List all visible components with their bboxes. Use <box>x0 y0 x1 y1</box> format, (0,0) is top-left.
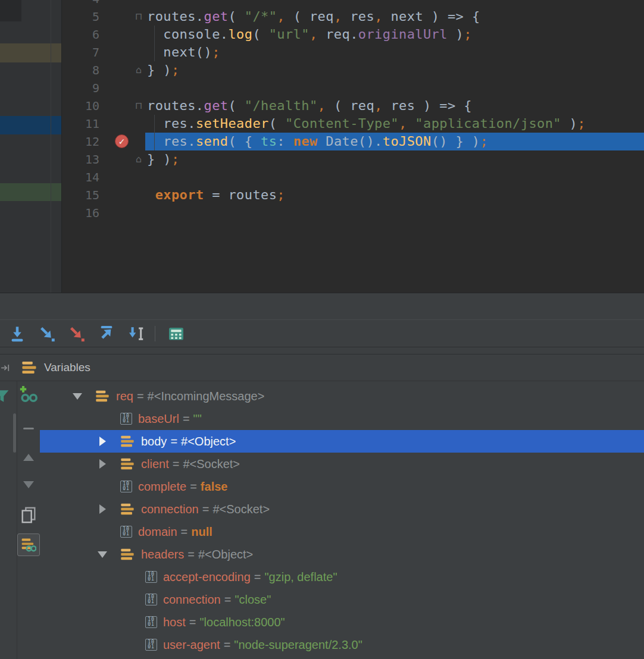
watches-toolbar <box>17 381 40 659</box>
line-number[interactable]: 12 <box>61 133 99 150</box>
evaluate-expression-icon <box>167 325 185 343</box>
variable-row-user-agent[interactable]: 1001user-agent="node-superagent/2.3.0" <box>40 633 644 656</box>
show-watches-toggle-button[interactable] <box>17 534 40 556</box>
code-line[interactable]: 9 <box>61 79 644 97</box>
code-text[interactable]: } ); <box>147 61 180 79</box>
copy-icon <box>20 506 37 524</box>
move-watch-up-button[interactable] <box>17 454 40 461</box>
variable-row-connection[interactable]: 1001connection="close" <box>40 588 644 611</box>
variable-value: "node-superagent/2.3.0" <box>234 638 362 652</box>
code-token: ( <box>252 27 268 42</box>
line-number[interactable]: 6 <box>61 26 99 43</box>
code-text[interactable]: next(); <box>147 43 220 61</box>
expanded-expander-icon[interactable] <box>70 393 85 400</box>
evaluate-expression-button[interactable] <box>161 322 191 346</box>
code-line[interactable]: 5⊓routes.get( "/*", ( req, res, next ) =… <box>61 8 644 26</box>
project-panel-row-selected[interactable] <box>0 116 61 134</box>
code-text[interactable]: routes.get( "/*", ( req, res, next ) => … <box>147 8 480 26</box>
step-over-button[interactable] <box>2 322 32 346</box>
variable-name: complete <box>138 480 186 494</box>
add-watch-button[interactable] <box>17 385 40 404</box>
code-line[interactable]: 8⌂} ); <box>61 61 644 79</box>
line-number[interactable]: 7 <box>61 43 99 61</box>
code-text[interactable]: } ); <box>147 150 180 168</box>
tab-handle-icon[interactable] <box>1 363 11 375</box>
variables-panel-header: Variables <box>0 354 644 381</box>
code-line[interactable]: 11 res.setHeader( "Content-Type", "appli… <box>61 115 644 133</box>
code-line[interactable]: 7 next(); <box>61 43 644 61</box>
stripe-tool-icon[interactable] <box>0 388 10 406</box>
code-token: new <box>293 134 318 149</box>
line-number[interactable]: 9 <box>61 79 99 97</box>
code-token: , <box>399 116 407 131</box>
code-token: ( req <box>326 98 374 113</box>
code-text[interactable]: routes.get( "/health", ( req, res ) => { <box>147 97 472 115</box>
code-editor[interactable]: 45⊓routes.get( "/*", ( req, res, next ) … <box>61 0 644 222</box>
code-line[interactable]: 10⊓routes.get( "/health", ( req, res ) =… <box>61 97 644 115</box>
equals-sign: = <box>224 638 231 652</box>
code-text[interactable]: console.log( "url", req.originalUrl ); <box>147 26 472 43</box>
project-panel-row[interactable] <box>0 183 61 201</box>
move-watch-up-icon <box>23 454 34 461</box>
code-token: "url" <box>269 27 310 42</box>
project-panel-row[interactable] <box>0 43 61 62</box>
collapsed-expander-icon[interactable] <box>95 504 110 514</box>
code-token: ; <box>212 45 220 59</box>
code-text[interactable]: export = routes; <box>147 186 285 204</box>
variable-value: #<Object> <box>198 548 253 561</box>
variable-row-host[interactable]: 1001host="localhost:8000" <box>40 611 644 633</box>
code-token: : <box>277 134 293 149</box>
fold-end-icon[interactable]: ⌂ <box>133 150 144 168</box>
line-number[interactable]: 4 <box>61 0 99 8</box>
move-watch-down-button[interactable] <box>17 481 40 488</box>
code-token: toJSON <box>383 134 432 149</box>
copy-button[interactable] <box>17 506 40 524</box>
step-into-icon <box>38 325 56 343</box>
code-text[interactable]: res.send( { ts: new Date().toJSON() } ); <box>147 133 488 150</box>
code-line[interactable]: 16 <box>61 204 644 222</box>
line-number[interactable]: 8 <box>61 61 99 79</box>
code-token: res <box>342 9 375 24</box>
collapsed-expander-icon[interactable] <box>95 437 110 446</box>
step-into-button[interactable] <box>32 322 62 346</box>
code-line[interactable]: 12✓ res.send( { ts: new Date().toJSON() … <box>61 133 644 150</box>
code-line[interactable]: 6 console.log( "url", req.originalUrl ); <box>61 26 644 43</box>
variable-row-complete[interactable]: 1001complete=false <box>40 475 644 498</box>
remove-watch-button[interactable] <box>17 428 40 429</box>
project-panel[interactable] <box>0 0 62 293</box>
line-number[interactable]: 11 <box>61 115 99 133</box>
step-out-button[interactable] <box>92 322 121 346</box>
code-line[interactable]: 4 <box>61 0 644 8</box>
equals-sign: = <box>187 548 195 561</box>
code-line[interactable]: 15 export = routes; <box>61 186 644 204</box>
force-step-into-button[interactable] <box>62 322 92 346</box>
fold-end-icon[interactable]: ⌂ <box>133 61 144 79</box>
fold-start-icon[interactable]: ⊓ <box>133 8 144 26</box>
fold-start-icon[interactable]: ⊓ <box>133 97 144 115</box>
variable-row-body[interactable]: body=#<Object> <box>40 430 644 453</box>
variable-row-headers[interactable]: headers=#<Object> <box>40 543 644 566</box>
scrollbar-thumb[interactable] <box>13 413 16 453</box>
code-line[interactable]: 13⌂} ); <box>61 150 644 168</box>
code-text[interactable]: res.setHeader( "Content-Type", "applicat… <box>147 115 586 133</box>
line-number[interactable]: 16 <box>61 204 99 222</box>
code-token: ) <box>561 116 577 131</box>
line-number[interactable]: 5 <box>61 8 99 26</box>
line-number[interactable]: 14 <box>61 168 99 186</box>
expanded-expander-icon[interactable] <box>95 551 110 558</box>
editor-debugger-splitter[interactable] <box>0 293 644 319</box>
variable-row-accept-encoding[interactable]: 1001accept-encoding="gzip, deflate" <box>40 566 644 588</box>
variable-row-connection[interactable]: connection=#<Socket> <box>40 498 644 520</box>
variable-row-domain[interactable]: 1001domain=null <box>40 520 644 543</box>
code-line[interactable]: 14 <box>61 168 644 186</box>
breakpoint-verified-icon[interactable]: ✓ <box>115 134 129 148</box>
line-number[interactable]: 10 <box>61 97 99 115</box>
line-number[interactable]: 15 <box>61 186 99 204</box>
variable-row-client[interactable]: client=#<Socket> <box>40 453 644 475</box>
variable-row-baseUrl[interactable]: 1001baseUrl="" <box>40 407 644 430</box>
line-number[interactable]: 13 <box>61 150 99 168</box>
run-to-cursor-button[interactable] <box>121 322 151 346</box>
collapsed-expander-icon[interactable] <box>95 459 110 469</box>
variable-row-req[interactable]: req=#<IncomingMessage> <box>40 385 644 407</box>
code-token: console. <box>147 27 228 42</box>
